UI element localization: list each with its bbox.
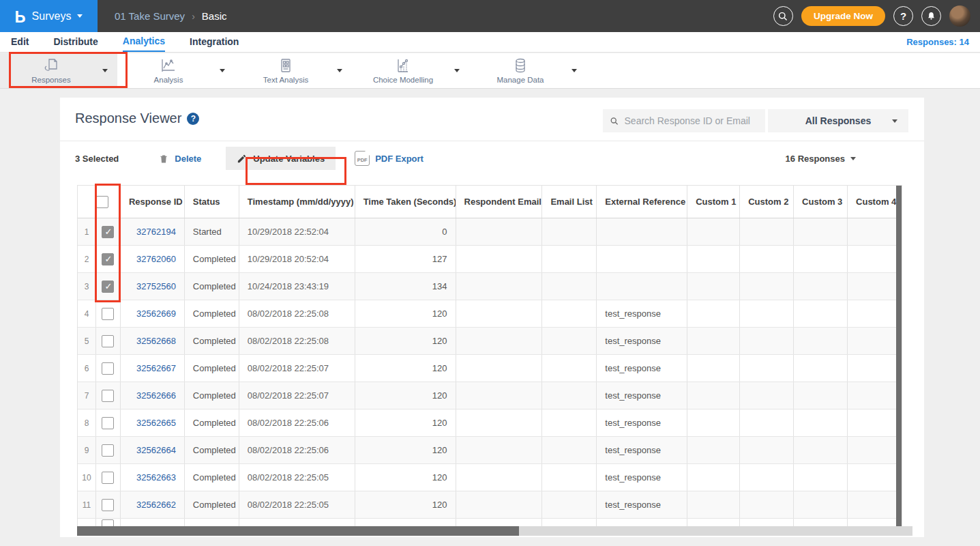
nav-tab-analytics[interactable]: Analytics [123, 33, 165, 52]
cell-status: Started [185, 218, 239, 245]
toolbar-label-text-analysis: Text Analysis [263, 76, 308, 84]
breadcrumb: 01 Take Survey › Basic [115, 10, 226, 22]
response-id-link[interactable]: 32562662 [136, 500, 176, 510]
response-id-link[interactable]: 32562669 [136, 308, 176, 319]
notifications-button[interactable] [921, 6, 941, 26]
header-cell-checkbox [96, 186, 121, 218]
row-checkbox[interactable] [102, 499, 114, 511]
response-filter-dropdown[interactable]: All Responses [768, 109, 908, 132]
cell-timestamp: 10/29/2018 20:52:04 [239, 246, 355, 272]
horizontal-scrollbar-track[interactable] [77, 526, 912, 536]
pdf-export-button[interactable]: PDF PDF Export [355, 151, 424, 166]
product-switcher[interactable]: P Surveys [0, 0, 98, 32]
user-avatar[interactable] [949, 5, 970, 27]
response-id-link[interactable]: 32562666 [136, 390, 176, 401]
row-checkbox[interactable] [102, 472, 114, 484]
cell-respondent_email [456, 519, 543, 526]
cell-timestamp: 08/02/2018 22:25:07 [239, 355, 355, 382]
cell-custom2 [740, 246, 794, 272]
header-cell-respondent_email: Respondent Email [456, 186, 543, 218]
row-checkbox[interactable] [102, 253, 114, 265]
cell-response-id: 32562663 [121, 464, 185, 491]
nav-tab-distribute[interactable]: Distribute [53, 33, 98, 51]
responses-page-size-dropdown[interactable]: 16 Responses [786, 154, 856, 164]
chevron-down-icon[interactable] [337, 69, 342, 72]
response-id-link[interactable]: 32752560 [136, 281, 176, 291]
table-row: 732562666Completed08/02/2018 22:25:07120… [78, 382, 902, 410]
header-cell-custom1: Custom 1 [687, 186, 740, 218]
chevron-down-icon[interactable] [454, 69, 460, 72]
row-checkbox[interactable] [102, 390, 114, 402]
select-all-checkbox[interactable] [96, 196, 108, 208]
nav-tab-edit[interactable]: Edit [11, 33, 29, 51]
response-id-link[interactable]: 32762060 [136, 254, 176, 264]
delete-button[interactable]: Delete [158, 153, 201, 164]
cell-timestamp: 10/24/2018 23:43:19 [239, 273, 355, 300]
row-checkbox[interactable] [102, 281, 114, 293]
cell-custom2 [740, 273, 794, 300]
header-cell-custom3: Custom 3 [794, 186, 848, 218]
response-viewer-card: Response Viewer ? All Responses 3 Select… [60, 98, 924, 537]
table-row: 1032562663Completed08/02/2018 22:25:0512… [78, 464, 902, 491]
cell-response-id: 32562668 [121, 328, 185, 354]
search-input[interactable] [625, 115, 758, 126]
response-id-link[interactable]: 32562663 [136, 472, 176, 483]
toolbar-label-manage-data: Manage Data [496, 76, 544, 84]
toolbar-item-responses[interactable]: Responses [0, 53, 117, 88]
response-id-link[interactable]: 32562665 [136, 418, 176, 428]
upgrade-now-button[interactable]: Upgrade Now [801, 6, 885, 26]
pdf-file-icon: PDF [355, 151, 370, 166]
cell-external_reference [597, 519, 687, 526]
cell-custom3 [794, 382, 848, 409]
cell-respondent_email [456, 355, 543, 382]
nav-tab-integration[interactable]: Integration [190, 33, 239, 51]
column-header-label: Custom 4 [856, 197, 896, 207]
response-id-link[interactable]: 32762194 [136, 227, 176, 237]
horizontal-scrollbar-thumb[interactable] [77, 526, 519, 536]
pencil-icon [237, 154, 247, 164]
cell-time_taken: 120 [355, 300, 456, 327]
cell-custom4 [848, 464, 902, 491]
cell-custom1 [687, 491, 740, 518]
cell-custom1 [687, 355, 740, 382]
header-cell-time_taken[interactable]: Time Taken (Seconds) [355, 186, 456, 218]
row-checkbox[interactable] [102, 335, 114, 347]
response-id-link[interactable]: 32562668 [136, 336, 176, 346]
response-id-link[interactable]: 32562664 [136, 445, 176, 455]
toolbar-item-analysis[interactable]: Analysis [117, 53, 235, 88]
row-checkbox[interactable] [102, 417, 114, 429]
row-checkbox[interactable] [102, 444, 114, 457]
cell-response-id: 32562669 [121, 300, 185, 327]
cell-response-id: 32752560 [121, 273, 185, 300]
help-button[interactable]: ? [893, 6, 913, 26]
update-variables-button[interactable]: Update Variables [226, 147, 336, 170]
delete-label: Delete [175, 154, 201, 164]
vertical-scrollbar[interactable] [896, 186, 902, 527]
chevron-down-icon[interactable] [102, 69, 108, 72]
cell-response-id: 32562666 [121, 382, 185, 409]
header-cell-status: Status [185, 186, 239, 218]
title-help-icon[interactable]: ? [187, 113, 199, 125]
breadcrumb-survey-name[interactable]: 01 Take Survey [115, 10, 185, 22]
row-checkbox[interactable] [102, 308, 114, 320]
cell-custom3 [794, 328, 848, 354]
header-cell-email_list: Email List [542, 186, 597, 218]
responses-count: Responses: 14 [906, 37, 969, 47]
row-checkbox[interactable] [102, 519, 114, 526]
cell-respondent_email [456, 246, 543, 272]
product-name: Surveys [32, 10, 72, 23]
toolbar-item-manage-data[interactable]: Manage Data [469, 53, 586, 88]
header-cell-response_id[interactable]: Response ID [121, 186, 185, 218]
row-checkbox[interactable] [102, 362, 114, 375]
cell-timestamp: 10/29/2018 22:52:04 [239, 218, 355, 245]
response-id-link[interactable]: 32562667 [136, 363, 176, 373]
search-button[interactable] [773, 6, 793, 26]
row-checkbox[interactable] [102, 226, 114, 238]
question-mark-icon: ? [900, 10, 906, 22]
toolbar-item-choice-modelling[interactable]: Choice Modelling [352, 53, 469, 88]
page-title: Response Viewer ? [75, 111, 199, 126]
toolbar-item-text-analysis[interactable]: Text Analysis [235, 53, 352, 88]
chevron-down-icon[interactable] [571, 69, 577, 72]
header-cell-timestamp[interactable]: Timestamp (mm/dd/yyyy) [239, 186, 355, 218]
chevron-down-icon[interactable] [220, 69, 225, 72]
